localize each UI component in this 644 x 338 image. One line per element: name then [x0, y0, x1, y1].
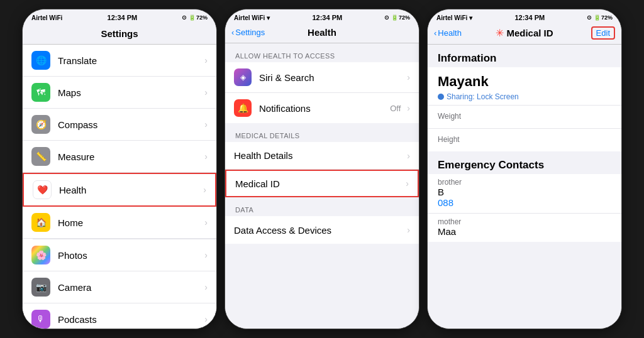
notifications-icon: 🔔 — [234, 99, 252, 117]
emergency-section-title: Emergency Contacts — [428, 151, 621, 174]
medical-id-nav-title: ✳ Medical ID — [496, 27, 553, 39]
back-chevron-3: ‹ — [434, 28, 436, 38]
maps-label: Maps — [58, 87, 202, 98]
chevron-home: › — [204, 217, 208, 227]
phone-frame-1: Airtel WiFi 12:34 PM ⊙ 🔋 72% Settings 🌐 … — [22, 9, 217, 329]
sharing-dot-icon — [438, 94, 444, 100]
section-header-medical: MEDICAL DETAILS — [225, 123, 419, 142]
battery-3: ⊙ 🔋 72% — [587, 14, 613, 21]
status-bar-3: Airtel WiFi ▾ 12:34 PM ⊙ 🔋 72% — [428, 9, 621, 25]
sharing-status: Sharing: Lock Screen — [438, 92, 611, 101]
chevron-notifications: › — [407, 103, 410, 113]
photos-label: Photos — [58, 250, 202, 261]
settings-item-maps[interactable]: 🗺 Maps › — [23, 77, 216, 109]
status-bar-1: Airtel WiFi 12:34 PM ⊙ 🔋 72% — [23, 9, 216, 25]
settings-list: 🌐 Translate › 🗺 Maps › 🧭 Compass › — [23, 45, 216, 329]
person-name: Mayank — [438, 74, 611, 90]
height-label: Height — [438, 135, 611, 144]
height-field: Height — [428, 129, 621, 151]
person-info-block: Mayank Sharing: Lock Screen Weight Heigh… — [428, 67, 621, 151]
medical-details-group: Health Details › Medical ID › — [225, 142, 419, 197]
nav-bar-3: ‹ Health ✳ Medical ID Edit — [428, 25, 621, 45]
home-icon: 🏠 — [31, 213, 50, 232]
time-3: 12:34 PM — [514, 14, 545, 21]
phone-frame-3: Airtel WiFi ▾ 12:34 PM ⊙ 🔋 72% ‹ Health … — [427, 9, 622, 329]
carrier-3: Airtel WiFi ▾ — [436, 14, 472, 21]
translate-icon: 🌐 — [31, 51, 50, 70]
contact-mother: mother Maa — [428, 214, 621, 242]
back-label-2: Settings — [235, 28, 265, 37]
medical-id-item[interactable]: Medical ID › — [225, 170, 419, 197]
battery-2: ⊙ 🔋 72% — [384, 14, 410, 21]
medical-id-content: Information Mayank Sharing: Lock Screen … — [428, 45, 621, 329]
health-settings-content: ALLOW HEALTH TO ACCESS ◈ Siri & Search ›… — [225, 43, 419, 329]
battery-1: ⊙ 🔋 72% — [182, 14, 208, 21]
contact-mother-relation: mother — [438, 217, 611, 226]
chevron-health: › — [203, 185, 206, 195]
contact-mother-name: Maa — [438, 226, 611, 237]
contact-brother-phone[interactable]: 088 — [438, 197, 611, 208]
compass-label: Compass — [58, 119, 202, 130]
section-header-data: DATA — [225, 197, 419, 216]
siri-search-item[interactable]: ◈ Siri & Search › — [225, 62, 419, 93]
edit-button[interactable]: Edit — [591, 26, 615, 40]
settings-item-home[interactable]: 🏠 Home › — [23, 207, 216, 239]
chevron-siri: › — [407, 72, 410, 82]
emergency-contacts-block: brother B 088 mother Maa — [428, 174, 621, 242]
translate-label: Translate — [58, 55, 202, 66]
weight-label: Weight — [438, 112, 611, 121]
screen1-title: Settings — [101, 28, 138, 39]
health-details-item[interactable]: Health Details › — [225, 142, 419, 170]
photos-icon: 🌸 — [31, 246, 50, 264]
siri-icon: ◈ — [234, 68, 252, 86]
settings-item-measure[interactable]: 📏 Measure › — [23, 141, 216, 173]
notifications-item[interactable]: 🔔 Notifications Off › — [225, 93, 419, 123]
contact-brother-name: B — [438, 187, 611, 197]
screen3-title: Medical ID — [506, 28, 553, 38]
data-access-item[interactable]: Data Access & Devices › — [225, 216, 419, 244]
chevron-health-details: › — [407, 151, 410, 161]
settings-item-camera[interactable]: 📷 Camera › — [23, 271, 216, 303]
chevron-data-access: › — [407, 225, 410, 235]
chevron-podcasts: › — [204, 314, 208, 324]
settings-item-health[interactable]: ❤️ Health › — [23, 173, 216, 207]
section-header-allow: ALLOW HEALTH TO ACCESS — [225, 43, 419, 62]
carrier-1: Airtel WiFi — [31, 14, 62, 21]
health-icon: ❤️ — [33, 180, 52, 199]
back-button-2[interactable]: ‹ Settings — [231, 28, 265, 37]
notifications-label: Notifications — [259, 103, 390, 114]
health-label: Health — [59, 185, 201, 195]
health-details-label: Health Details — [234, 150, 404, 161]
contact-brother-relation: brother — [438, 178, 611, 187]
siri-label: Siri & Search — [259, 72, 404, 83]
podcasts-icon: 🎙 — [31, 310, 50, 329]
info-section-title: Information — [428, 45, 621, 67]
chevron-measure: › — [204, 151, 208, 161]
chevron-maps: › — [204, 87, 208, 97]
chevron-medical-id: › — [406, 178, 409, 188]
measure-icon: 📏 — [31, 147, 50, 166]
allow-health-group: ◈ Siri & Search › 🔔 Notifications Off › — [225, 62, 419, 123]
maps-icon: 🗺 — [31, 83, 50, 102]
settings-item-translate[interactable]: 🌐 Translate › — [23, 45, 216, 77]
podcasts-label: Podcasts — [58, 314, 202, 325]
settings-item-podcasts[interactable]: 🎙 Podcasts › — [23, 303, 216, 329]
time-2: 12:34 PM — [312, 14, 342, 21]
home-label: Home — [58, 217, 202, 228]
back-button-3[interactable]: ‹ Health — [434, 28, 462, 38]
status-bar-2: Airtel WiFi ▾ 12:34 PM ⊙ 🔋 72% — [225, 9, 419, 25]
person-name-block: Mayank Sharing: Lock Screen — [428, 67, 621, 106]
settings-item-compass[interactable]: 🧭 Compass › — [23, 109, 216, 141]
phone-frame-2: Airtel WiFi ▾ 12:34 PM ⊙ 🔋 72% ‹ Setting… — [225, 9, 419, 329]
nav-bar-2: ‹ Settings Health — [225, 25, 419, 43]
medical-id-label: Medical ID — [235, 178, 403, 189]
data-group: Data Access & Devices › — [225, 216, 419, 244]
chevron-translate: › — [204, 55, 208, 65]
weight-field: Weight — [428, 106, 621, 129]
chevron-compass: › — [204, 119, 208, 129]
settings-item-photos[interactable]: 🌸 Photos › — [23, 239, 216, 271]
chevron-camera: › — [204, 282, 208, 292]
medical-star-icon: ✳ — [496, 27, 504, 39]
data-access-label: Data Access & Devices — [234, 225, 404, 236]
camera-icon: 📷 — [31, 278, 50, 297]
